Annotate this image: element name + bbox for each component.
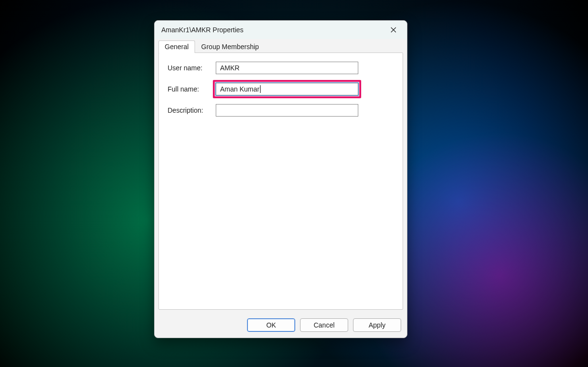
dialog-title: AmanKr1\AMKR Properties	[161, 26, 383, 34]
close-icon	[391, 27, 396, 33]
tab-general[interactable]: General	[158, 40, 195, 53]
username-value: AMKR	[220, 64, 239, 72]
row-description: Description:	[168, 104, 394, 117]
dialog-button-row: OK Cancel Apply	[155, 314, 407, 338]
fullname-value: Aman Kumar	[220, 85, 260, 93]
properties-dialog: AmanKr1\AMKR Properties General Group Me…	[154, 20, 407, 338]
username-input[interactable]: AMKR	[216, 62, 358, 74]
description-input[interactable]	[216, 104, 358, 117]
apply-button[interactable]: Apply	[353, 318, 401, 332]
cancel-button[interactable]: Cancel	[300, 318, 348, 332]
text-caret	[260, 85, 261, 93]
titlebar[interactable]: AmanKr1\AMKR Properties	[155, 21, 407, 39]
tab-group-membership[interactable]: Group Membership	[195, 40, 265, 53]
close-button[interactable]	[383, 23, 404, 37]
username-label: User name:	[168, 64, 216, 72]
fullname-highlight: Aman Kumar	[216, 83, 358, 95]
ok-button[interactable]: OK	[247, 318, 295, 332]
row-fullname: Full name: Aman Kumar	[168, 83, 394, 95]
tabstrip: General Group Membership	[155, 39, 407, 52]
row-username: User name: AMKR	[168, 62, 394, 74]
tabpage-general: User name: AMKR Full name: Aman Kumar De…	[158, 52, 403, 310]
fullname-input[interactable]: Aman Kumar	[216, 83, 358, 95]
description-label: Description:	[168, 106, 216, 114]
fullname-label: Full name:	[168, 85, 216, 93]
desktop-background: AmanKr1\AMKR Properties General Group Me…	[0, 0, 588, 367]
